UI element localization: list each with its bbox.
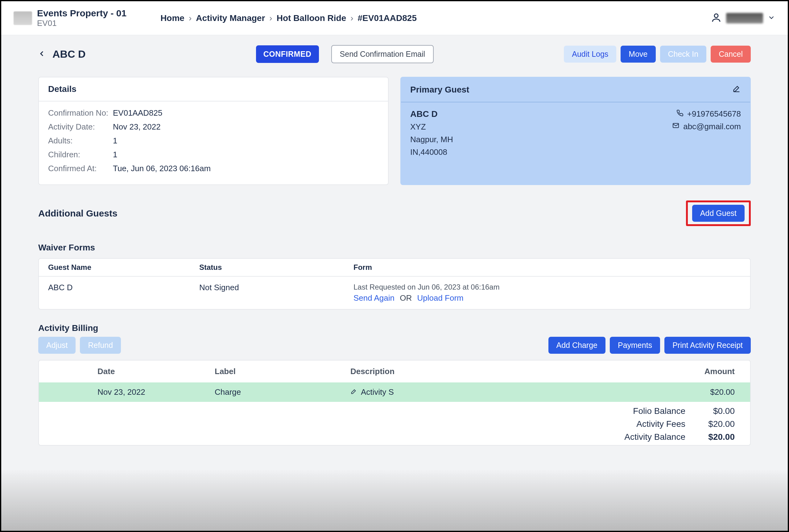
page-body: ABC D CONFIRMED Send Confirmation Email …	[1, 35, 788, 445]
chevron-right-icon: ›	[269, 13, 272, 23]
col-form: Form	[354, 263, 741, 272]
waiver-status: Not Signed	[199, 283, 354, 292]
primary-guest-heading: Primary Guest	[410, 85, 469, 95]
details-body: Confirmation No:EV01AAD825 Activity Date…	[39, 101, 388, 185]
add-charge-button[interactable]: Add Charge	[548, 337, 605, 354]
phone-icon	[676, 109, 683, 119]
svg-point-0	[714, 14, 718, 18]
col-amount: Amount	[523, 367, 741, 376]
billing-totals: Folio Balance$0.00 Activity Fees$20.00 A…	[39, 402, 750, 442]
guest-city: Nagpur, MH	[410, 135, 672, 144]
send-confirmation-email-button[interactable]: Send Confirmation Email	[331, 45, 434, 63]
property-name: Events Property - 01	[37, 8, 127, 19]
title-row: ABC D CONFIRMED Send Confirmation Email …	[38, 45, 751, 63]
col-desc: Description	[351, 367, 523, 376]
col-label: Label	[215, 367, 351, 376]
waiver-guest: ABC D	[48, 283, 199, 292]
bottom-fade	[1, 469, 788, 531]
billing-heading: Activity Billing	[38, 323, 751, 333]
total-value: $0.00	[698, 406, 735, 416]
details-heading: Details	[39, 77, 388, 101]
send-again-link[interactable]: Send Again	[354, 293, 394, 303]
cards-row: Details Confirmation No:EV01AAD825 Activ…	[38, 77, 751, 185]
detail-label: Activity Date:	[48, 122, 113, 132]
breadcrumb-item[interactable]: Activity Manager	[196, 13, 265, 23]
refund-button[interactable]: Refund	[80, 337, 121, 354]
page-title: ABC D	[53, 48, 86, 60]
user-name-blurred	[726, 13, 763, 23]
guest-email: abc@gmail.com	[683, 122, 741, 131]
topbar: Events Property - 01 EV01 Home › Activit…	[1, 1, 788, 35]
total-value: $20.00	[698, 432, 735, 442]
breadcrumb-current: #EV01AAD825	[358, 13, 417, 23]
move-button[interactable]: Move	[621, 46, 655, 63]
property-logo	[14, 12, 32, 25]
detail-value: Nov 23, 2022	[113, 122, 161, 132]
billing-row: Nov 23, 2022 Charge Activity S $20.00	[39, 382, 750, 402]
audit-logs-button[interactable]: Audit Logs	[564, 46, 616, 63]
user-icon	[711, 12, 722, 24]
waiver-heading: Waiver Forms	[38, 243, 751, 252]
detail-value: Tue, Jun 06, 2023 06:16am	[113, 164, 211, 173]
detail-value: 1	[113, 136, 117, 146]
billing-table: Date Label Description Amount Nov 23, 20…	[38, 360, 751, 445]
total-label: Activity Fees	[636, 419, 685, 429]
billing-label: Charge	[215, 387, 351, 397]
adjust-button[interactable]: Adjust	[38, 337, 76, 354]
edit-charge-icon[interactable]	[351, 387, 357, 397]
waiver-table: Guest Name Status Form ABC D Not Signed …	[38, 258, 751, 310]
detail-value: 1	[113, 150, 117, 159]
waiver-requested: Last Requested on Jun 06, 2023 at 06:16a…	[354, 283, 741, 291]
chevron-right-icon: ›	[189, 13, 191, 23]
cancel-button[interactable]: Cancel	[711, 46, 751, 63]
add-guest-button[interactable]: Add Guest	[692, 205, 745, 222]
waiver-row: ABC D Not Signed Last Requested on Jun 0…	[39, 277, 750, 309]
total-value: $20.00	[698, 419, 735, 429]
guest-phone: +91976545678	[687, 109, 741, 119]
billing-table-head: Date Label Description Amount	[39, 361, 750, 382]
back-button[interactable]	[38, 50, 46, 59]
detail-label: Children:	[48, 150, 113, 159]
check-in-button[interactable]: Check In	[660, 46, 707, 63]
chevron-down-icon	[767, 14, 775, 23]
or-text: OR	[400, 293, 412, 303]
status-badge: CONFIRMED	[256, 45, 319, 63]
breadcrumb-item[interactable]: Home	[161, 13, 185, 23]
billing-actions: Adjust Refund Add Charge Payments Print …	[38, 337, 751, 354]
col-guest-name: Guest Name	[48, 263, 199, 272]
billing-amount: $20.00	[523, 387, 741, 397]
additional-guests-section: Additional Guests Add Guest	[38, 201, 751, 226]
add-guest-highlight: Add Guest	[686, 201, 751, 226]
detail-value: EV01AAD825	[113, 108, 162, 118]
waiver-table-head: Guest Name Status Form	[39, 259, 750, 277]
details-card: Details Confirmation No:EV01AAD825 Activ…	[38, 77, 389, 185]
property-block: Events Property - 01 EV01	[14, 8, 127, 28]
col-status: Status	[199, 263, 354, 272]
guest-name: ABC D	[410, 109, 672, 119]
mail-icon	[672, 122, 679, 131]
breadcrumb: Home › Activity Manager › Hot Balloon Ri…	[161, 13, 417, 23]
user-menu[interactable]	[711, 12, 775, 24]
detail-label: Confirmation No:	[48, 108, 113, 118]
upload-form-link[interactable]: Upload Form	[417, 293, 463, 303]
edit-guest-button[interactable]	[732, 84, 741, 95]
print-receipt-button[interactable]: Print Activity Receipt	[664, 337, 751, 354]
primary-guest-card: Primary Guest ABC D XYZ Nagpur, MH IN,44…	[400, 77, 751, 185]
total-label: Activity Balance	[624, 432, 685, 442]
detail-label: Adults:	[48, 136, 113, 146]
chevron-right-icon: ›	[351, 13, 353, 23]
guest-country: IN,440008	[410, 147, 672, 157]
property-code: EV01	[37, 19, 127, 28]
payments-button[interactable]: Payments	[610, 337, 660, 354]
additional-guests-heading: Additional Guests	[38, 208, 117, 218]
col-date: Date	[48, 367, 215, 376]
total-label: Folio Balance	[633, 406, 685, 416]
breadcrumb-item[interactable]: Hot Balloon Ride	[277, 13, 346, 23]
detail-label: Confirmed At:	[48, 164, 113, 173]
guest-org: XYZ	[410, 122, 672, 132]
billing-desc: Activity S	[361, 387, 394, 397]
billing-date: Nov 23, 2022	[48, 387, 215, 397]
